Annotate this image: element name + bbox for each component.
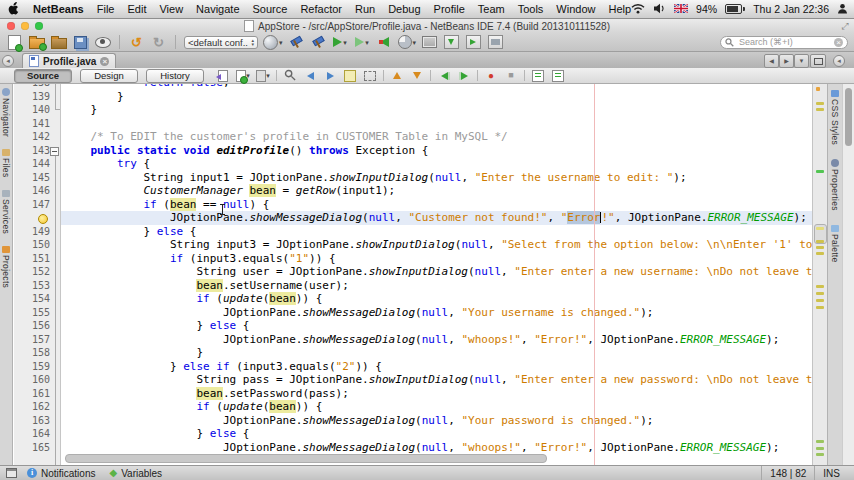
diff-button[interactable] xyxy=(487,34,504,51)
code-line[interactable]: } else if (input3.equals("2")) { xyxy=(61,360,812,374)
wifi-icon[interactable] xyxy=(631,3,645,16)
error-stripe-mark[interactable] xyxy=(816,108,824,111)
sidebar-item-files[interactable]: Files xyxy=(1,149,11,177)
sidebar-item-properties[interactable]: Properties xyxy=(830,159,840,211)
gutter-line[interactable]: 164 xyxy=(14,427,60,441)
user-icon[interactable] xyxy=(837,3,848,16)
forward-button[interactable]: ▾ xyxy=(256,69,270,82)
code-line[interactable]: } xyxy=(61,103,812,117)
gutter-line[interactable]: 153 xyxy=(14,279,60,293)
code-line[interactable] xyxy=(61,117,812,131)
menu-debug[interactable]: Debug xyxy=(388,3,420,15)
start-macro-button[interactable]: ● xyxy=(484,69,498,82)
gutter-line[interactable]: 161 xyxy=(14,387,60,401)
gutter-line[interactable]: 147 xyxy=(14,198,60,212)
view-design-button[interactable]: Design xyxy=(80,69,138,83)
menu-run[interactable]: Run xyxy=(355,3,375,15)
hint-lightbulb-icon[interactable] xyxy=(38,214,48,224)
back-button[interactable]: ▾ xyxy=(236,69,250,82)
gutter-line[interactable]: 151 xyxy=(14,252,60,266)
last-edit-button[interactable] xyxy=(216,69,230,82)
memory-view-button[interactable] xyxy=(421,34,438,51)
menu-edit[interactable]: Edit xyxy=(127,3,146,15)
menu-netbeans[interactable]: NetBeans xyxy=(33,3,84,15)
volume-icon[interactable] xyxy=(653,3,666,16)
next-bookmark-button[interactable] xyxy=(410,69,424,82)
code-line[interactable]: } else { xyxy=(61,427,812,441)
code-line[interactable]: JOptionPane.showMessageDialog(null, "who… xyxy=(61,441,812,455)
new-file-button[interactable] xyxy=(6,34,23,51)
gutter-line[interactable]: 154 xyxy=(14,292,60,306)
battery-icon[interactable] xyxy=(725,4,745,14)
error-stripe-mark[interactable] xyxy=(816,246,824,249)
restore-window-group-icon[interactable] xyxy=(6,468,17,478)
error-stripe-mark[interactable] xyxy=(816,102,824,105)
find-selection-button[interactable] xyxy=(283,69,297,82)
vertical-scrollbar-thumb[interactable] xyxy=(845,88,852,146)
previous-occurrence-button[interactable] xyxy=(303,69,317,82)
code-line[interactable]: JOptionPane.showMessageDialog(null, "Cus… xyxy=(61,211,812,225)
update-project-button[interactable] xyxy=(443,34,460,51)
gutter-line[interactable]: 150 xyxy=(14,238,60,252)
gutter-line[interactable]: 139 xyxy=(14,90,60,104)
error-stripe-mark[interactable] xyxy=(816,87,820,91)
maximize-editor-button[interactable] xyxy=(810,54,826,68)
gutter-line[interactable] xyxy=(14,211,60,225)
uncomment-button[interactable] xyxy=(551,69,565,82)
clean-build-button[interactable] xyxy=(288,34,305,51)
code-line[interactable]: bean.setUsername(user); xyxy=(61,279,812,293)
code-line[interactable]: if (input3.equals("1")) { xyxy=(61,252,812,266)
run-project-button[interactable]: ▾ xyxy=(332,34,349,51)
previous-bookmark-button[interactable] xyxy=(390,69,404,82)
vertical-scrollbar[interactable] xyxy=(842,84,854,465)
search-field[interactable]: × xyxy=(720,36,848,49)
shift-left-button[interactable] xyxy=(437,69,451,82)
code-line[interactable]: JOptionPane.showMessageDialog(null, "You… xyxy=(61,414,812,428)
code-line[interactable]: String user = JOptionPane.showInputDialo… xyxy=(61,265,812,279)
gutter-line[interactable]: 146 xyxy=(14,184,60,198)
menu-tools[interactable]: Tools xyxy=(518,3,544,15)
code-line[interactable]: CustomerManager bean = getRow(input1); xyxy=(61,184,812,198)
notifications-minimized-button[interactable]: i Notifications xyxy=(23,468,99,479)
gutter-line[interactable]: 152 xyxy=(14,265,60,279)
gutter-line[interactable]: 156 xyxy=(14,319,60,333)
menu-team[interactable]: Team xyxy=(478,3,505,15)
menu-help[interactable]: Help xyxy=(608,3,631,15)
gutter-line[interactable]: 144 xyxy=(14,157,60,171)
gutter-line[interactable]: 145 xyxy=(14,171,60,185)
tab-profile-java[interactable]: Profile.java × xyxy=(22,53,116,68)
code-editor[interactable]: return false; } } /* To EDIT the custome… xyxy=(61,84,812,465)
code-line[interactable]: String input3 = JOptionPane.showInputDia… xyxy=(61,238,812,252)
error-stripe-mark[interactable] xyxy=(816,285,824,288)
view-history-button[interactable]: History xyxy=(146,69,204,83)
error-stripe-mark[interactable] xyxy=(816,299,824,302)
close-tab-icon[interactable]: × xyxy=(100,57,109,66)
clean-build-all-button[interactable] xyxy=(310,34,327,51)
window-title-bar[interactable]: AppStore - /src/AppStore/Profile.java - … xyxy=(0,19,854,34)
gutter-line[interactable]: 158 xyxy=(14,346,60,360)
comment-button[interactable] xyxy=(531,69,545,82)
redo-button[interactable]: ↻ xyxy=(150,34,167,51)
code-line[interactable]: JOptionPane.showMessageDialog(null, "who… xyxy=(61,333,812,347)
sidebar-item-navigator[interactable]: Navigator xyxy=(1,88,11,137)
menu-view[interactable]: View xyxy=(159,3,183,15)
profile-project-button[interactable]: ▾ xyxy=(398,34,417,51)
code-line[interactable]: if (update(bean)) { xyxy=(61,292,812,306)
gutter-line[interactable]: 159 xyxy=(14,360,60,374)
gutter-line[interactable]: 149 xyxy=(14,225,60,239)
variables-minimized-button[interactable]: ◆ Variables xyxy=(105,468,166,479)
error-stripe-mark[interactable] xyxy=(816,252,824,255)
apply-code-changes-button[interactable] xyxy=(376,34,393,51)
horizontal-scrollbar-thumb[interactable] xyxy=(65,454,547,463)
error-stripe-mark[interactable] xyxy=(816,447,824,450)
undo-button[interactable]: ↺ xyxy=(128,34,145,51)
code-line[interactable]: } else { xyxy=(61,319,812,333)
error-stripe-mark[interactable] xyxy=(816,306,824,309)
debug-project-button[interactable]: ▾ xyxy=(354,34,371,51)
clear-search-icon[interactable]: × xyxy=(834,38,843,47)
gutter-line[interactable]: 162 xyxy=(14,400,60,414)
gutter-line[interactable]: 142 xyxy=(14,130,60,144)
code-line[interactable]: /* To EDIT the customer's profile in CUS… xyxy=(61,130,812,144)
code-line[interactable]: try { xyxy=(61,157,812,171)
menu-profile[interactable]: Profile xyxy=(434,3,465,15)
